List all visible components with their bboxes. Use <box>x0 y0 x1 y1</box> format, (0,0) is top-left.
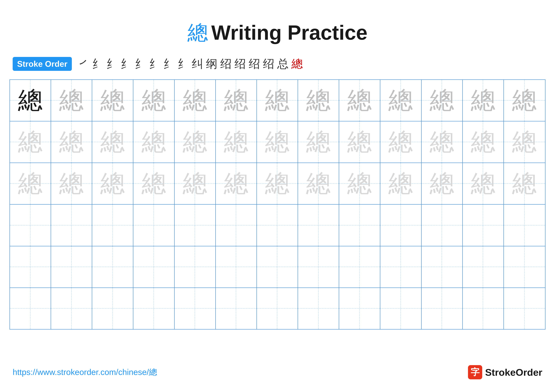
grid-cell-2-4[interactable]: 總 <box>133 121 175 163</box>
grid-cell-4-13[interactable] <box>504 205 545 246</box>
grid-cell-1-3[interactable]: 總 <box>92 80 133 121</box>
page-title: Writing Practice <box>211 21 367 44</box>
grid-cell-1-6[interactable]: 總 <box>216 80 257 121</box>
character-dark: 總 <box>18 84 43 117</box>
grid-cell-4-2[interactable] <box>51 205 92 246</box>
grid-cell-3-1[interactable]: 總 <box>10 163 51 204</box>
grid-cell-4-8[interactable] <box>298 205 339 246</box>
grid-cell-6-7[interactable] <box>257 288 298 329</box>
grid-cell-1-8[interactable]: 總 <box>298 80 339 121</box>
grid-cell-6-4[interactable] <box>133 288 175 329</box>
grid-cell-3-3[interactable]: 總 <box>92 163 133 204</box>
grid-cell-4-9[interactable] <box>339 205 380 246</box>
character-guide: 總 <box>388 126 413 159</box>
grid-cell-6-9[interactable] <box>339 288 380 329</box>
character-guide: 總 <box>224 126 248 159</box>
stroke-step-12: 绍 <box>234 56 246 71</box>
stroke-step-9: 纠 <box>192 56 203 71</box>
grid-cell-2-5[interactable]: 總 <box>175 121 216 163</box>
grid-cell-6-6[interactable] <box>216 288 257 329</box>
grid-cell-3-11[interactable]: 總 <box>422 163 463 204</box>
grid-cell-1-12[interactable]: 總 <box>463 80 504 121</box>
character-guide: 總 <box>430 84 454 117</box>
grid-cell-1-11[interactable]: 總 <box>422 80 463 121</box>
grid-cell-3-7[interactable]: 總 <box>257 163 298 204</box>
grid-cell-5-2[interactable] <box>51 246 92 287</box>
grid-cell-6-1[interactable] <box>10 288 51 329</box>
grid-cell-5-13[interactable] <box>504 246 545 287</box>
grid-cell-6-3[interactable] <box>92 288 133 329</box>
grid-cell-4-1[interactable] <box>10 205 51 246</box>
grid-cell-2-8[interactable]: 總 <box>298 121 339 163</box>
grid-cell-4-6[interactable] <box>216 205 257 246</box>
grid-cell-4-4[interactable] <box>133 205 175 246</box>
grid-cell-5-4[interactable] <box>133 246 175 287</box>
grid-cell-2-12[interactable]: 總 <box>463 121 504 163</box>
character-guide: 總 <box>347 126 372 159</box>
grid-cell-5-12[interactable] <box>463 246 504 287</box>
character-guide: 總 <box>100 167 125 200</box>
grid-cell-1-1[interactable]: 總 <box>10 80 51 121</box>
grid-cell-3-2[interactable]: 總 <box>51 163 92 204</box>
grid-cell-5-10[interactable] <box>380 246 422 287</box>
grid-cell-1-7[interactable]: 總 <box>257 80 298 121</box>
footer-url[interactable]: https://www.strokeorder.com/chinese/總 <box>13 367 157 378</box>
character-guide: 總 <box>183 126 207 159</box>
grid-cell-2-6[interactable]: 總 <box>216 121 257 163</box>
grid-cell-5-7[interactable] <box>257 246 298 287</box>
footer: https://www.strokeorder.com/chinese/總 字 … <box>13 365 542 379</box>
character-guide: 總 <box>224 84 248 117</box>
character-guide: 總 <box>471 167 495 200</box>
grid-cell-5-5[interactable] <box>175 246 216 287</box>
grid-cell-2-13[interactable]: 總 <box>504 121 545 163</box>
stroke-step-2: 纟 <box>92 56 103 71</box>
grid-cell-4-7[interactable] <box>257 205 298 246</box>
grid-cell-1-5[interactable]: 總 <box>175 80 216 121</box>
grid-cell-2-9[interactable]: 總 <box>339 121 380 163</box>
grid-cell-6-11[interactable] <box>422 288 463 329</box>
grid-cell-2-10[interactable]: 總 <box>380 121 422 163</box>
grid-cell-6-5[interactable] <box>175 288 216 329</box>
grid-cell-3-8[interactable]: 總 <box>298 163 339 204</box>
character-guide: 總 <box>306 167 331 200</box>
grid-cell-4-12[interactable] <box>463 205 504 246</box>
grid-cell-6-13[interactable] <box>504 288 545 329</box>
grid-cell-2-11[interactable]: 總 <box>422 121 463 163</box>
grid-cell-2-2[interactable]: 總 <box>51 121 92 163</box>
grid-cell-5-11[interactable] <box>422 246 463 287</box>
grid-cell-2-1[interactable]: 總 <box>10 121 51 163</box>
grid-cell-5-6[interactable] <box>216 246 257 287</box>
grid-cell-2-7[interactable]: 總 <box>257 121 298 163</box>
grid-cell-2-3[interactable]: 總 <box>92 121 133 163</box>
grid-cell-3-4[interactable]: 總 <box>133 163 175 204</box>
grid-cell-4-10[interactable] <box>380 205 422 246</box>
grid-cell-3-6[interactable]: 總 <box>216 163 257 204</box>
grid-cell-5-9[interactable] <box>339 246 380 287</box>
grid-cell-4-3[interactable] <box>92 205 133 246</box>
stroke-step-4: 纟 <box>121 56 132 71</box>
grid-cell-1-9[interactable]: 總 <box>339 80 380 121</box>
grid-cell-4-11[interactable] <box>422 205 463 246</box>
grid-cell-5-3[interactable] <box>92 246 133 287</box>
grid-cell-1-2[interactable]: 總 <box>51 80 92 121</box>
grid-cell-6-12[interactable] <box>463 288 504 329</box>
grid-cell-1-4[interactable]: 總 <box>133 80 175 121</box>
character-guide: 總 <box>183 167 207 200</box>
grid-cell-3-10[interactable]: 總 <box>380 163 422 204</box>
grid-cell-5-8[interactable] <box>298 246 339 287</box>
grid-cell-6-8[interactable] <box>298 288 339 329</box>
grid-cell-3-13[interactable]: 總 <box>504 163 545 204</box>
grid-cell-1-10[interactable]: 總 <box>380 80 422 121</box>
grid-cell-3-5[interactable]: 總 <box>175 163 216 204</box>
grid-cell-1-13[interactable]: 總 <box>504 80 545 121</box>
character-guide: 總 <box>142 84 166 117</box>
character-guide: 總 <box>512 126 537 159</box>
grid-cell-6-2[interactable] <box>51 288 92 329</box>
character-guide: 總 <box>18 126 43 159</box>
grid-cell-6-10[interactable] <box>380 288 422 329</box>
grid-cell-3-12[interactable]: 總 <box>463 163 504 204</box>
grid-cell-5-1[interactable] <box>10 246 51 287</box>
grid-cell-3-9[interactable]: 總 <box>339 163 380 204</box>
grid-cell-4-5[interactable] <box>175 205 216 246</box>
stroke-step-6: 纟 <box>149 56 161 71</box>
